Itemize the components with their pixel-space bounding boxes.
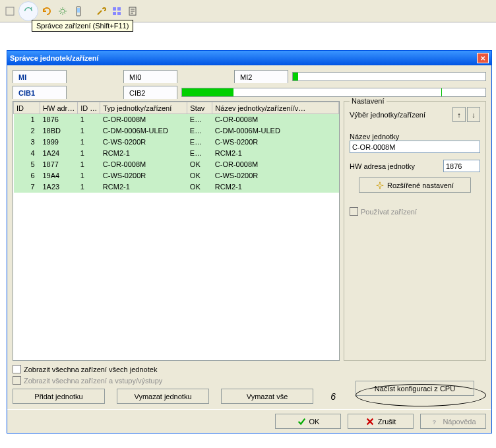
unit-name-field[interactable] <box>350 141 480 153</box>
svg-rect-12 <box>377 185 378 186</box>
grid-icon[interactable] <box>109 4 124 18</box>
tab-cib1[interactable]: CIB1 <box>13 86 67 99</box>
svg-rect-10 <box>379 181 381 183</box>
checkbox-label: Zobrazit všechna zařízení a vstupy/výstu… <box>24 377 162 385</box>
checkbox-icon <box>13 376 21 385</box>
settings-fieldset: Nastavení Výběr jednotky/zařízení ↑ ↓ Ná… <box>344 101 486 361</box>
header-stav[interactable]: Stav <box>187 102 212 114</box>
refresh-icon[interactable] <box>40 4 54 18</box>
tab-label: CIB2 <box>129 89 145 97</box>
progress-bar-mi <box>292 72 486 81</box>
cancel-button[interactable]: Zrušit <box>348 414 414 429</box>
table-row[interactable]: 319991C-WS-0200RE…C-WS-0200R <box>14 137 339 148</box>
tab-mi0[interactable]: MI0 <box>123 70 177 83</box>
svg-point-9 <box>379 183 382 187</box>
dialog-titlebar: Správce jednotek/zařízení ✕ <box>7 51 491 65</box>
table-row[interactable]: 218BD1C-DM-0006M-ULEDE…C-DM-0006M-ULED <box>14 125 339 137</box>
button-label: OK <box>309 418 320 426</box>
toolbar-icon-1[interactable] <box>3 4 17 18</box>
tab-mi[interactable]: MI <box>13 70 67 83</box>
gear-icon[interactable] <box>55 4 70 18</box>
button-label: Nápověda <box>443 418 476 426</box>
checkbox-show-all-io: Zobrazit všechna zařízení a vstupy/výstu… <box>13 376 340 385</box>
device-table[interactable]: ID HW adr… ID … Typ jednotky/zařízení St… <box>13 101 340 361</box>
table-row[interactable]: 71A231RCM2-1OKRCM2-1 <box>14 181 339 193</box>
tab-cib2[interactable]: CIB2 <box>123 86 177 99</box>
move-up-button[interactable]: ↑ <box>452 107 466 122</box>
table-row[interactable]: 619A41C-WS-0200ROKC-WS-0200R <box>14 170 339 181</box>
delete-unit-button[interactable]: Vymazat jednotku <box>117 389 209 404</box>
checkbox-show-all-units[interactable]: Zobrazit všechna zařízení všech jednotek <box>13 365 340 373</box>
checkbox-use-device: Používat zařízení <box>350 207 480 216</box>
report-icon[interactable] <box>125 4 140 18</box>
svg-rect-0 <box>6 7 14 15</box>
delete-all-button[interactable]: Vymazat vše <box>221 389 313 404</box>
svg-rect-3 <box>77 8 80 13</box>
svg-text:?: ? <box>433 418 437 425</box>
advanced-settings-button[interactable]: Rozšířené nastavení <box>359 177 471 193</box>
checkbox-label: Používat zařízení <box>361 208 417 216</box>
header-id[interactable]: ID <box>14 102 40 114</box>
header-typ[interactable]: Typ jednotky/zařízení <box>100 102 187 114</box>
checkbox-label: Zobrazit všechna zařízení všech jednotek <box>24 366 157 373</box>
device-manager-icon[interactable] <box>18 1 38 21</box>
checkbox-icon <box>13 365 21 373</box>
page-number: 6 <box>330 391 336 402</box>
header-idb[interactable]: ID … <box>78 102 100 114</box>
tab-label: MI <box>18 73 26 81</box>
progress-bar-cib <box>181 88 486 97</box>
unit-name-label: Název jednotky <box>350 133 399 141</box>
tab-label: MI2 <box>240 73 252 81</box>
button-label: Zrušit <box>378 418 396 426</box>
svg-rect-6 <box>113 12 116 15</box>
select-unit-label: Výběr jednotky/zařízení <box>350 111 450 119</box>
app-toolbar <box>0 0 496 22</box>
svg-rect-11 <box>379 187 381 189</box>
hw-address-field[interactable] <box>443 160 480 172</box>
help-button: ? Nápověda <box>420 414 486 429</box>
move-down-button[interactable]: ↓ <box>467 107 480 122</box>
phone-icon[interactable] <box>71 4 86 18</box>
cross-icon <box>365 417 375 426</box>
tab-label: MI0 <box>129 73 141 81</box>
dialog-bottom-bar: OK Zrušit ? Nápověda <box>7 409 491 433</box>
svg-rect-5 <box>117 7 121 11</box>
dialog-title: Správce jednotek/zařízení <box>10 54 477 62</box>
header-nazev[interactable]: Název jednotky/zařízení/v… <box>212 102 339 114</box>
toolbar-tooltip: Správce zařízení (Shift+F11) <box>32 20 133 32</box>
header-hw[interactable]: HW adr… <box>40 102 78 114</box>
table-row[interactable]: 518771C-OR-0008MOKC-OR-0008M <box>14 159 339 170</box>
tools-icon[interactable] <box>94 4 108 18</box>
svg-rect-13 <box>382 185 383 186</box>
svg-rect-7 <box>117 12 121 15</box>
close-icon[interactable]: ✕ <box>477 53 489 63</box>
question-icon: ? <box>430 417 439 426</box>
table-row[interactable]: 41A241RCM2-1E…RCM2-1 <box>14 148 339 159</box>
tab-row-mi: MI MI0 MI2 <box>13 69 486 84</box>
button-label: Rozšířené nastavení <box>387 181 454 189</box>
tab-mi2[interactable]: MI2 <box>234 70 288 83</box>
device-manager-dialog: Správce jednotek/zařízení ✕ MI MI0 MI2 C… <box>7 50 492 433</box>
table-row[interactable]: 118761C-OR-0008ME…C-OR-0008M <box>14 114 339 125</box>
tab-row-cib: CIB1 CIB2 <box>13 85 486 100</box>
fieldset-legend: Nastavení <box>350 97 387 105</box>
hw-address-label: HW adresa jednotky <box>350 162 441 170</box>
ok-button[interactable]: OK <box>275 414 341 429</box>
add-unit-button[interactable]: Přidat jednotku <box>13 389 105 404</box>
load-config-button[interactable]: Načíst konfiguraci z CPU <box>356 381 474 396</box>
gear-icon <box>376 181 384 189</box>
svg-point-1 <box>61 9 65 13</box>
tab-label: CIB1 <box>18 89 35 97</box>
checkbox-icon <box>350 207 358 216</box>
check-icon <box>297 417 306 426</box>
svg-rect-4 <box>113 7 116 11</box>
